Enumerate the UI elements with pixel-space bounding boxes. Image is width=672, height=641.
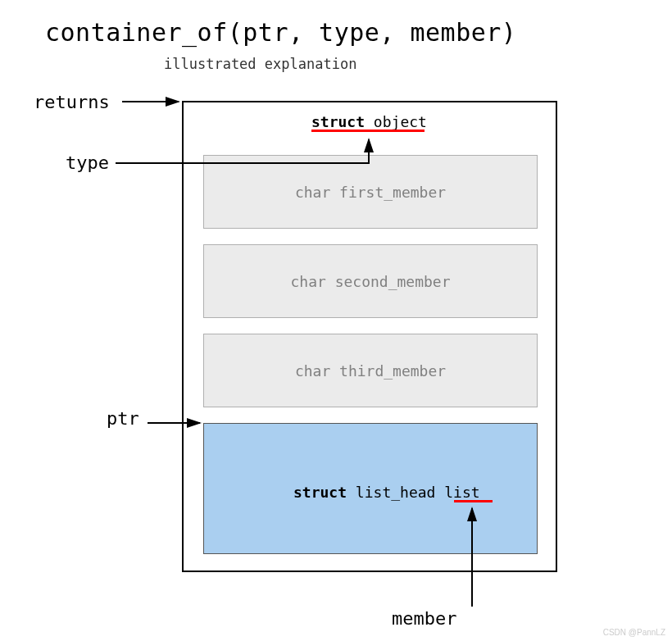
label-type: type <box>66 152 109 173</box>
diagram-title: container_of(ptr, type, member) <box>45 18 516 47</box>
struct-header-label: struct object <box>311 113 427 130</box>
label-member: member <box>392 608 456 629</box>
list-typename: list_head list <box>347 484 480 501</box>
diagram-subtitle: illustrated explanation <box>164 56 356 72</box>
list-struct-keyword: struct <box>293 484 347 501</box>
member-box-second: char second_member <box>203 244 538 318</box>
list-member-label: struct list_head list <box>293 484 480 501</box>
label-ptr: ptr <box>107 408 139 429</box>
member-box-third: char third_member <box>203 334 538 407</box>
member-box-first: char first_member <box>203 155 538 229</box>
struct-typename: object <box>365 113 427 130</box>
type-underline <box>311 130 425 132</box>
watermark: CSDN @PannLZ <box>603 628 665 637</box>
struct-keyword: struct <box>311 113 365 130</box>
label-returns: returns <box>34 92 110 112</box>
member-underline <box>454 500 493 502</box>
